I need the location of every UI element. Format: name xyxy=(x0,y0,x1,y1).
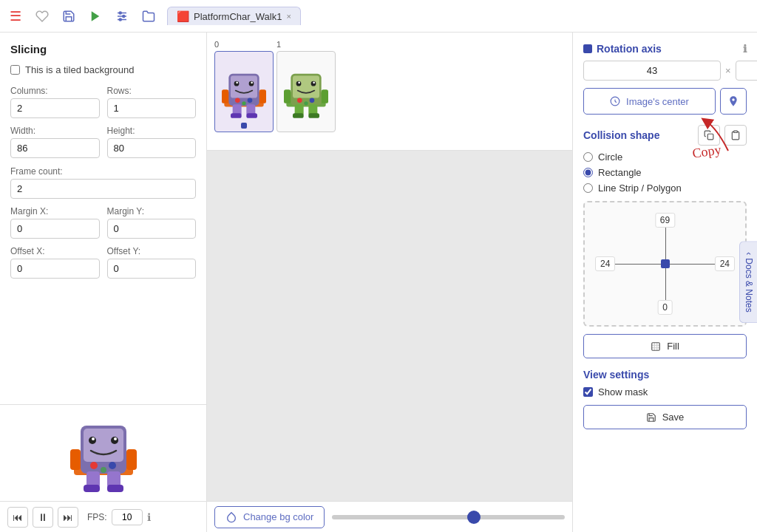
svg-rect-25 xyxy=(259,89,266,103)
rows-input[interactable] xyxy=(107,98,197,118)
columns-input[interactable] xyxy=(10,98,100,118)
circle-radio[interactable] xyxy=(583,152,593,162)
svg-rect-40 xyxy=(284,89,291,103)
svg-point-47 xyxy=(313,81,315,83)
columns-group: Columns: xyxy=(10,86,100,118)
shape-right-value[interactable]: 24 xyxy=(715,256,735,271)
linestrip-radio[interactable] xyxy=(583,183,593,193)
sprite-frames: 0 xyxy=(207,33,572,151)
margin-y-input[interactable] xyxy=(107,219,197,239)
sprite-preview-image xyxy=(67,412,140,494)
copy-icon-button[interactable] xyxy=(698,125,720,146)
svg-rect-8 xyxy=(70,449,81,470)
show-mask-row: Show mask xyxy=(583,386,747,398)
fps-input[interactable] xyxy=(112,509,143,525)
offset-row: Offset X: Offset Y: xyxy=(10,246,196,279)
margin-y-group: Margin Y: xyxy=(107,206,197,239)
docs-notes-tab[interactable]: ‹ Docs & Notes xyxy=(739,241,757,323)
shape-left-value[interactable]: 24 xyxy=(595,256,615,271)
images-center-button[interactable]: Image's center xyxy=(583,88,716,115)
slicing-title: Slicing xyxy=(10,43,196,55)
play-forward-end-button[interactable]: ⏭ xyxy=(58,507,78,528)
pause-button[interactable]: ⏸ xyxy=(33,507,53,528)
images-center-label: Image's center xyxy=(626,96,689,107)
svg-point-5 xyxy=(123,15,125,17)
width-label: Width: xyxy=(10,126,100,136)
sliders-icon[interactable] xyxy=(114,8,130,24)
hamburger-icon[interactable]: ☰ xyxy=(7,8,24,24)
save-icon[interactable] xyxy=(61,8,77,24)
shape-bottom-value[interactable]: 0 xyxy=(657,300,673,315)
refresh-icon xyxy=(610,96,620,106)
show-mask-label: Show mask xyxy=(598,386,648,398)
svg-rect-9 xyxy=(126,449,137,470)
rectangle-radio[interactable] xyxy=(583,168,593,177)
svg-rect-53 xyxy=(293,113,304,118)
tiled-bg-label: This is a tiled background xyxy=(25,64,134,75)
droplet-icon xyxy=(225,511,237,523)
play-icon[interactable] xyxy=(87,8,103,24)
rows-group: Rows: xyxy=(107,86,197,118)
width-group: Width: xyxy=(10,126,100,158)
svg-rect-62 xyxy=(652,342,660,350)
play-back-start-button[interactable]: ⏮ xyxy=(7,507,28,528)
svg-rect-22 xyxy=(107,485,123,492)
frame-item-1[interactable]: 1 xyxy=(276,40,336,132)
frame-1-box[interactable] xyxy=(276,51,336,132)
zoom-slider[interactable] xyxy=(332,515,565,519)
offset-y-group: Offset Y: xyxy=(107,246,197,279)
frame-item-0[interactable]: 0 xyxy=(214,40,274,132)
width-height-row: Width: Height: xyxy=(10,126,196,158)
margin-x-input[interactable] xyxy=(10,219,100,239)
shape-top-value[interactable]: 69 xyxy=(655,213,675,228)
rotation-x-input[interactable] xyxy=(583,61,721,81)
svg-point-32 xyxy=(235,98,240,103)
save-label: Save xyxy=(662,412,685,423)
frame-count-input[interactable] xyxy=(10,179,196,199)
frame-0-box[interactable] xyxy=(214,51,274,132)
svg-rect-11 xyxy=(84,429,123,462)
height-input[interactable] xyxy=(107,138,197,158)
left-panel-scroll: Slicing This is a tiled background Colum… xyxy=(0,33,206,404)
zoom-slider-thumb[interactable] xyxy=(467,511,481,524)
heart-icon[interactable] xyxy=(34,8,50,24)
tab-label: PlatformChar_Walk1 xyxy=(194,11,282,22)
offset-y-input[interactable] xyxy=(107,259,197,279)
change-bg-button[interactable]: Change bg color xyxy=(214,506,325,528)
rotation-y-input[interactable] xyxy=(736,61,757,81)
show-mask-checkbox[interactable] xyxy=(583,387,593,397)
shape-editor[interactable]: 69 24 24 0 xyxy=(583,201,747,327)
rotation-axis-title: Rotation axis xyxy=(597,43,662,55)
paste-icon-button[interactable] xyxy=(724,125,747,146)
change-bg-label: Change bg color xyxy=(243,511,313,522)
docs-tab-arrow: ‹ xyxy=(744,252,754,255)
offset-x-input[interactable] xyxy=(10,259,100,279)
shape-center-handle[interactable] xyxy=(661,259,670,268)
width-input[interactable] xyxy=(10,138,100,158)
playback-info-icon[interactable]: ℹ xyxy=(147,511,151,523)
active-tab[interactable]: 🟥 PlatformChar_Walk1 × xyxy=(167,7,301,25)
svg-point-18 xyxy=(109,462,116,469)
svg-rect-21 xyxy=(84,485,100,492)
rotation-axis-info-icon[interactable]: ℹ xyxy=(743,43,747,55)
pin-button[interactable] xyxy=(720,88,747,115)
collision-shape-section: Collision shape xyxy=(583,125,747,358)
tab-close-button[interactable]: × xyxy=(286,12,291,21)
save-button[interactable]: Save xyxy=(583,405,747,429)
margin-y-label: Margin Y: xyxy=(107,206,197,216)
tab-icon: 🟥 xyxy=(177,10,189,22)
fill-icon xyxy=(651,341,661,352)
sprite-preview xyxy=(0,404,206,501)
frame-1-number: 1 xyxy=(276,40,281,49)
fill-button[interactable]: Fill xyxy=(583,334,747,358)
rectangle-label: Rectangle xyxy=(598,167,642,178)
svg-point-16 xyxy=(90,462,98,469)
folder-icon[interactable] xyxy=(140,8,157,24)
tiled-bg-checkbox[interactable] xyxy=(10,65,20,75)
svg-point-34 xyxy=(248,98,253,103)
canvas-area[interactable] xyxy=(207,151,572,501)
frame-count-group: Frame count: xyxy=(10,166,196,199)
right-panel: Rotation axis ℹ × Image's center xyxy=(572,33,757,532)
save-icon xyxy=(646,412,656,423)
margin-x-label: Margin X: xyxy=(10,206,100,216)
